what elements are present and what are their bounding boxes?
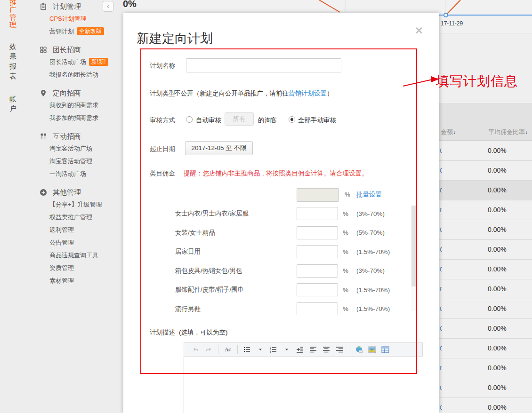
commission-rate-input[interactable]: [297, 283, 338, 296]
section-title-targeted-investment[interactable]: 定向招商: [29, 87, 119, 99]
sidebar-item-rebate-management[interactable]: 返利管理: [29, 223, 119, 236]
table-row[interactable]: 00.00%: [439, 141, 532, 161]
sidebar-item-leader-activity-plaza[interactable]: 团长活动广场新!新!: [29, 56, 119, 68]
percent-sign: %: [343, 305, 348, 312]
scrollbar-track[interactable]: [411, 206, 417, 311]
marketing-plan-settings-link[interactable]: 营销计划设置: [289, 90, 327, 97]
table-row[interactable]: 00.00%: [439, 319, 532, 339]
new-version-badge: 全新改版: [77, 27, 104, 35]
commission-range: (1.5%-70%): [356, 305, 390, 312]
modal-title: 新建定向计划: [137, 30, 213, 47]
table-row[interactable]: 00.00%: [439, 240, 532, 260]
table-row[interactable]: 00.00%: [439, 398, 532, 413]
table-row[interactable]: 00.00%: [439, 200, 532, 220]
commission-rate-input[interactable]: [297, 207, 338, 220]
scrollbar-thumb[interactable]: [411, 206, 417, 286]
numbered-list-dropdown-icon[interactable]: [282, 345, 291, 354]
sidebar-item-joined-investment-demands[interactable]: 我参加的招商需求: [29, 111, 119, 124]
redo-icon[interactable]: [204, 345, 213, 354]
column-header-avg-commission-rate[interactable]: 平均佣金比率↓: [488, 128, 528, 136]
bullet-list-icon[interactable]: [242, 345, 252, 354]
commission-range: (3%-70%): [356, 210, 385, 217]
undo-icon[interactable]: [191, 345, 200, 354]
clipboard-icon: [40, 3, 47, 10]
balloons-icon: [40, 133, 47, 140]
commission-category-row: 女装/女士精品 % (5%-70%): [141, 223, 416, 243]
vnav-item-account[interactable]: 帐户: [9, 95, 17, 113]
sidebar-collapse-button[interactable]: ‹: [103, 1, 113, 12]
commission-rate-input[interactable]: [297, 245, 338, 258]
plan-name-input[interactable]: [186, 58, 341, 72]
table-row[interactable]: 00.00%: [439, 378, 532, 398]
map-pin-icon: [40, 89, 47, 97]
percent-sign: %: [343, 210, 348, 217]
commission-range: (5%-70%): [356, 229, 385, 236]
sidebar-item-received-investment-demands[interactable]: 我收到的招商需求: [29, 99, 119, 111]
table-row[interactable]: 00.00%: [439, 339, 532, 358]
commission-range: (1.5%-70%): [356, 286, 390, 294]
sidebar-item-taobaoke-activity-management[interactable]: 淘宝客活动管理: [29, 155, 119, 167]
manual-review-option-label: 全部手动审核: [298, 116, 336, 125]
align-left-icon[interactable]: [308, 345, 318, 354]
sidebar-item-my-leader-activities[interactable]: 我报名的团长活动: [29, 68, 119, 81]
table-row[interactable]: 00.00%: [439, 299, 532, 319]
table-row[interactable]: 00.00%: [439, 358, 532, 378]
sidebar-item-rights-promotion-management[interactable]: 权益类推广管理: [29, 211, 119, 223]
sidebar-item-announcement-management[interactable]: 公告管理: [29, 236, 119, 249]
sidebar-item-etao-activity-plaza[interactable]: 一淘活动广场: [29, 167, 119, 180]
auto-review-radio[interactable]: [186, 116, 193, 123]
manual-review-radio[interactable]: [289, 116, 295, 123]
sidebar-item-share-plus-upgrade[interactable]: 【分享+】升级管理: [29, 198, 119, 211]
commission-rate-input[interactable]: [297, 264, 338, 278]
align-center-icon[interactable]: [322, 345, 331, 354]
link-icon[interactable]: [354, 345, 363, 354]
section-title-other-management[interactable]: 其他管理: [29, 187, 119, 198]
percent-sign: %: [345, 191, 350, 198]
table-row[interactable]: 00.00%: [439, 220, 532, 240]
close-icon[interactable]: ×: [415, 24, 423, 37]
section-title-interactive-investment[interactable]: 互动招商: [29, 131, 119, 142]
table-icon[interactable]: [380, 345, 390, 354]
table-row-highlighted[interactable]: 00.00%: [439, 181, 532, 200]
rich-text-toolbar: A 123: [184, 342, 423, 357]
image-icon[interactable]: [367, 345, 377, 354]
indent-icon[interactable]: [295, 345, 305, 354]
review-scope-button[interactable]: 所有: [225, 112, 254, 126]
menu-section-interactive-investment: 互动招商 淘宝客活动广场 淘宝客活动管理 一淘活动广场: [29, 131, 119, 180]
table-row[interactable]: 00.00%: [439, 279, 532, 299]
table-row[interactable]: 00.00%: [439, 161, 532, 181]
sidebar-item-taobaoke-activity-plaza[interactable]: 淘宝客活动广场: [29, 142, 119, 155]
vnav-item-effect-report[interactable]: 效果报表: [9, 41, 17, 81]
auto-review-option-label: 自动审核: [196, 116, 221, 125]
align-right-icon[interactable]: [335, 345, 344, 354]
rich-text-editor-area[interactable]: [184, 357, 423, 413]
plus-circle-icon: [40, 189, 47, 196]
sidebar-item-qualification-management[interactable]: 资质管理: [29, 262, 119, 274]
sidebar-item-material-management[interactable]: 素材管理: [29, 274, 119, 287]
commission-rate-input[interactable]: [297, 302, 338, 315]
remove-format-icon[interactable]: A: [223, 345, 233, 354]
chart-date-label: 17-11-29: [441, 20, 463, 27]
date-range-button[interactable]: 2017-12-05 至 不限: [185, 141, 253, 155]
column-header-amount[interactable]: 金额↓: [441, 128, 456, 136]
percent-sign: %: [343, 286, 348, 294]
commission-rate-input[interactable]: [297, 226, 338, 239]
svg-text:A: A: [225, 346, 229, 353]
table-row[interactable]: 00.00%: [439, 260, 532, 279]
review-scope-suffix: 的淘客: [258, 116, 277, 125]
sidebar-item-cps-plan-management[interactable]: CPS计划管理: [29, 12, 119, 25]
sidebar-item-marketing-plan[interactable]: 营销计划全新改版: [29, 25, 119, 38]
batch-set-link[interactable]: 批量设置: [356, 191, 382, 199]
sidebar-item-product-violation-query-tool[interactable]: 商品违规查询工具: [29, 249, 119, 262]
numbered-list-icon[interactable]: 123: [269, 345, 278, 354]
plan-name-label: 计划名称: [150, 62, 175, 70]
date-range-label: 起止日期: [150, 145, 175, 153]
bullet-list-dropdown-icon[interactable]: [256, 345, 265, 354]
page: 0% 17-11-29 金额↓ 平均佣金比率↓ 00.00% 00.00% 00…: [0, 0, 532, 413]
sort-desc-icon: ↓: [525, 129, 528, 135]
vnav-item-promotion-management[interactable]: 推广管理: [9, 0, 17, 29]
batch-commission-input[interactable]: [297, 188, 339, 202]
section-title-leader-investment[interactable]: 团长招商: [29, 44, 119, 56]
annotation-text: 填写计划信息: [436, 72, 518, 90]
plan-type-value: 不公开（新建定向公开单品推广，请前往营销计划设置）: [174, 89, 333, 98]
